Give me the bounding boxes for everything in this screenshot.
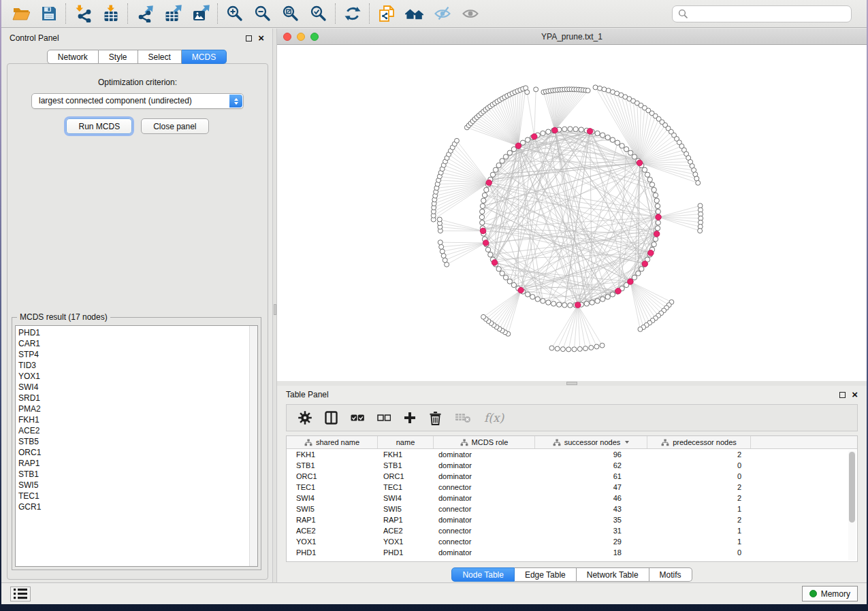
function-builder-button[interactable]: f(x) — [484, 411, 504, 425]
leaf-node[interactable] — [443, 258, 447, 263]
import-table-button[interactable] — [97, 2, 125, 25]
mcds-node[interactable] — [648, 250, 654, 257]
mcds-node[interactable] — [575, 302, 581, 308]
table-settings-button[interactable] — [298, 411, 312, 425]
ring-node[interactable] — [595, 299, 600, 303]
ring-node[interactable] — [653, 193, 658, 197]
leaf-node[interactable] — [525, 90, 530, 95]
mcds-node[interactable] — [492, 260, 498, 266]
mcds-result-item[interactable]: GCR1 — [18, 501, 257, 512]
export-table-button[interactable] — [159, 2, 187, 25]
mcds-result-item[interactable]: TEC1 — [18, 491, 257, 501]
ring-node[interactable] — [525, 137, 530, 142]
ring-node[interactable] — [484, 187, 489, 192]
mcds-result-item[interactable]: STB5 — [18, 436, 257, 447]
ring-node[interactable] — [653, 237, 658, 242]
show-all-button[interactable] — [456, 2, 484, 25]
tab-network[interactable]: Network — [47, 50, 99, 64]
ring-node[interactable] — [579, 127, 583, 132]
ring-node[interactable] — [535, 297, 540, 301]
mcds-node[interactable] — [587, 129, 593, 135]
leaf-node[interactable] — [589, 345, 594, 350]
ring-node[interactable] — [500, 271, 504, 276]
mcds-node[interactable] — [628, 279, 634, 285]
mcds-result-item[interactable]: CAR1 — [18, 338, 257, 349]
ring-node[interactable] — [485, 247, 490, 252]
ring-node[interactable] — [568, 303, 573, 308]
ring-node[interactable] — [496, 267, 501, 271]
zoom-out-button[interactable] — [248, 2, 276, 25]
ring-node[interactable] — [600, 297, 605, 301]
ring-node[interactable] — [541, 299, 545, 303]
result-list-scrollbar[interactable] — [249, 326, 257, 566]
leaf-node[interactable] — [577, 346, 582, 351]
table-tab-edge-table[interactable]: Edge Table — [515, 567, 577, 582]
delete-column-button[interactable] — [429, 411, 442, 425]
table-row[interactable]: TEC1TEC1connector472 — [287, 482, 857, 493]
show-task-history-button[interactable] — [10, 587, 31, 601]
duplicate-network-button[interactable] — [372, 2, 400, 25]
mcds-result-item[interactable]: YOX1 — [18, 371, 257, 382]
mcds-node[interactable] — [654, 231, 660, 237]
ring-node[interactable] — [655, 226, 660, 231]
mcds-result-item[interactable]: FKH1 — [18, 414, 257, 425]
ring-node[interactable] — [541, 131, 545, 135]
ring-node[interactable] — [610, 292, 615, 297]
ring-node[interactable] — [480, 220, 485, 225]
first-neighbors-button[interactable] — [400, 2, 428, 25]
leaf-node[interactable] — [438, 240, 443, 245]
leaf-node[interactable] — [441, 253, 446, 258]
mcds-result-item[interactable]: SRD1 — [18, 393, 257, 403]
mcds-result-item[interactable]: ACE2 — [18, 425, 257, 436]
leaf-node[interactable] — [534, 87, 539, 92]
mcds-result-item[interactable]: PMA2 — [18, 403, 257, 414]
mcds-node[interactable] — [642, 261, 648, 267]
memory-button[interactable]: Memory — [802, 586, 858, 601]
table-scrollbar[interactable] — [848, 450, 856, 560]
column-header-shared-name[interactable]: shared name — [287, 436, 378, 448]
mcds-result-item[interactable]: RAP1 — [18, 458, 257, 469]
ring-node[interactable] — [557, 302, 562, 307]
export-network-button[interactable] — [131, 2, 159, 25]
ring-node[interactable] — [636, 271, 641, 276]
close-panel-button[interactable]: Close panel — [141, 118, 208, 134]
close-table-panel-icon[interactable]: × — [852, 391, 858, 398]
search-input[interactable] — [692, 9, 846, 18]
tab-mcds[interactable]: MCDS — [182, 50, 227, 64]
vertical-splitter[interactable] — [272, 29, 277, 582]
column-header-name[interactable]: name — [378, 436, 434, 448]
ring-node[interactable] — [654, 198, 659, 203]
ring-node[interactable] — [647, 177, 652, 182]
leaf-node[interactable] — [585, 88, 590, 93]
table-row[interactable]: STB1STB1dominator620 — [287, 460, 857, 471]
close-panel-icon[interactable]: × — [258, 35, 264, 42]
ring-node[interactable] — [645, 172, 649, 177]
ring-node[interactable] — [493, 167, 498, 172]
mcds-result-item[interactable]: ORC1 — [18, 447, 257, 458]
ring-node[interactable] — [480, 203, 485, 208]
table-tab-motifs[interactable]: Motifs — [649, 567, 692, 582]
leaf-node[interactable] — [566, 347, 571, 352]
import-network-button[interactable] — [69, 2, 97, 25]
mcds-result-item[interactable]: TID3 — [18, 360, 257, 371]
zoom-fit-button[interactable] — [276, 2, 304, 25]
tab-style[interactable]: Style — [99, 50, 138, 64]
ring-node[interactable] — [595, 131, 600, 135]
leaf-node[interactable] — [583, 346, 588, 351]
ring-node[interactable] — [655, 203, 660, 208]
leaf-node[interactable] — [696, 180, 701, 185]
optimization-criterion-dropdown[interactable]: largest connected component (undirected) — [31, 93, 244, 109]
ring-node[interactable] — [652, 187, 656, 192]
mcds-result-item[interactable]: STB1 — [18, 469, 257, 480]
open-file-button[interactable] — [7, 2, 35, 25]
search-field[interactable] — [672, 5, 852, 22]
column-header-predecessor-nodes[interactable]: predecessor nodes — [647, 436, 751, 448]
ring-node[interactable] — [525, 292, 530, 297]
table-row[interactable]: PHD1PHD1dominator180 — [287, 547, 857, 558]
mcds-node[interactable] — [486, 180, 492, 186]
float-panel-icon[interactable] — [246, 35, 252, 42]
leaf-node[interactable] — [555, 346, 560, 351]
ring-node[interactable] — [503, 154, 508, 159]
deselect-all-button[interactable] — [377, 414, 391, 421]
mcds-node[interactable] — [518, 287, 524, 293]
